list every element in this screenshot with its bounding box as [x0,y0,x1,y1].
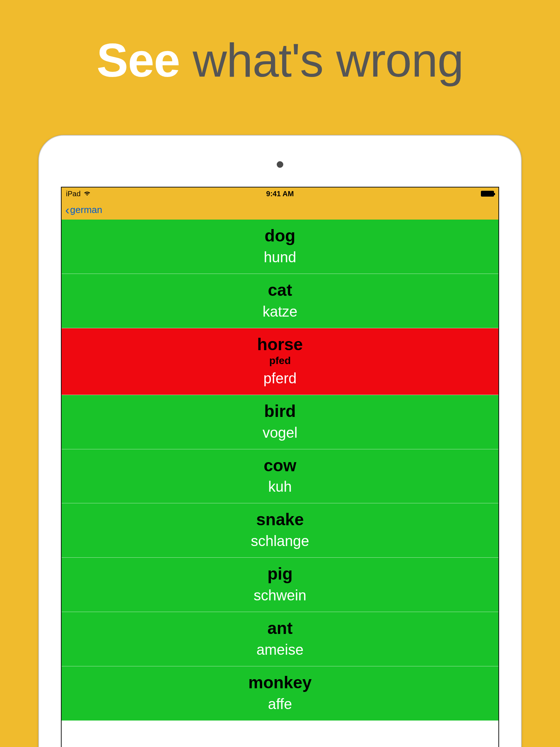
result-row[interactable]: antameise [62,612,498,666]
result-word: horse [65,335,495,354]
result-row[interactable]: snakeschlange [62,503,498,558]
result-user-answer: pfed [65,355,495,367]
status-right [481,191,494,197]
result-row[interactable]: horsepfedpferd [62,328,498,395]
result-word: bird [65,402,495,421]
result-row[interactable]: birdvogel [62,395,498,449]
result-row[interactable]: monkeyaffe [62,666,498,721]
chevron-left-icon: ‹ [65,204,69,216]
result-translation: katze [65,303,495,320]
result-row[interactable]: catkatze [62,274,498,328]
result-word: monkey [65,673,495,692]
promo-headline-emphasis: See [97,34,180,87]
device-camera [277,161,283,168]
result-translation: schwein [65,587,495,604]
result-translation: ameise [65,642,495,658]
nav-bar: ‹ german [62,200,498,220]
back-button-label: german [70,204,102,216]
battery-icon [481,191,494,197]
result-row[interactable]: pigschwein [62,558,498,612]
result-word: cat [65,280,495,300]
result-translation: schlange [65,533,495,549]
result-translation: vogel [65,425,495,441]
result-word: cow [65,456,495,475]
result-word: dog [65,226,495,245]
result-word: ant [65,619,495,638]
status-bar: iPad 9:41 AM [62,187,498,200]
status-time: 9:41 AM [62,190,498,198]
device-screen: iPad 9:41 AM ‹ german do [61,187,499,747]
back-button[interactable]: ‹ german [65,204,102,216]
result-row[interactable]: cowkuh [62,449,498,504]
promo-headline: See what's wrong [0,0,560,88]
result-word: pig [65,564,495,584]
result-translation: kuh [65,479,495,495]
result-translation: hund [65,249,495,266]
result-translation: pferd [65,370,495,387]
result-row[interactable]: doghund [62,220,498,274]
promo-headline-rest: what's wrong [180,34,463,87]
ipad-frame: iPad 9:41 AM ‹ german do [38,135,522,747]
results-list: doghundcatkatzehorsepfedpferdbirdvogelco… [62,220,498,721]
result-translation: affe [65,696,495,712]
result-word: snake [65,510,495,529]
